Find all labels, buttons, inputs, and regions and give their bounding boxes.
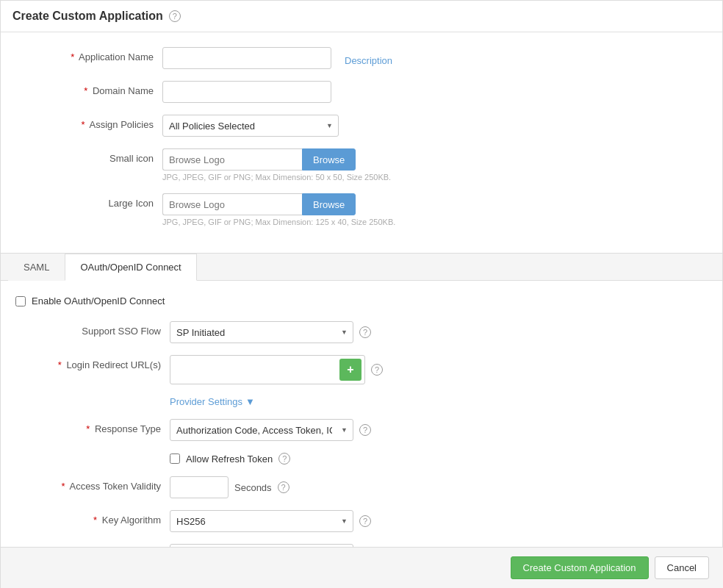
- key-algorithm-row: * Key Algorithm HS256 ?: [15, 510, 708, 532]
- large-icon-input[interactable]: [162, 193, 302, 215]
- response-type-control: Authorization Code, Access Token, IC ?: [170, 419, 371, 441]
- cancel-button[interactable]: Cancel: [655, 556, 709, 579]
- page-title: Create Custom Application: [12, 10, 163, 23]
- assign-policies-select-container: All Policies Selected: [162, 115, 339, 137]
- assign-policies-select[interactable]: All Policies Selected: [162, 115, 339, 137]
- tab-content-oauth: Enable OAuth/OpenID Connect Support SSO …: [1, 281, 722, 588]
- seconds-label: Seconds: [234, 482, 272, 493]
- large-icon-browse-button[interactable]: Browse: [302, 193, 356, 215]
- sso-flow-help-icon[interactable]: ?: [359, 326, 371, 338]
- assign-policies-label: * Assign Policies: [15, 115, 162, 130]
- response-type-help-icon[interactable]: ?: [359, 424, 371, 436]
- create-custom-application-button[interactable]: Create Custom Application: [511, 556, 649, 579]
- page-header: Create Custom Application ?: [1, 1, 722, 32]
- sso-flow-control: SP Initiated ?: [170, 321, 371, 343]
- large-icon-hint: JPG, JPEG, GIF or PNG; Max Dimension: 12…: [162, 218, 395, 226]
- sso-flow-select-container: SP Initiated: [170, 321, 353, 343]
- access-token-validity-row: * Access Token Validity Seconds ?: [15, 476, 708, 498]
- response-type-select[interactable]: Authorization Code, Access Token, IC: [170, 419, 353, 441]
- access-token-validity-control: Seconds ?: [170, 476, 289, 498]
- small-icon-input[interactable]: [162, 148, 302, 171]
- allow-refresh-token-checkbox[interactable]: [170, 453, 180, 464]
- application-name-row: * Application Name Description: [1, 47, 722, 69]
- large-icon-browse-wrapper: Browse: [162, 193, 395, 215]
- domain-name-label: * Domain Name: [15, 81, 162, 96]
- tabs-bar: SAML OAuth/OpenID Connect: [1, 253, 722, 281]
- small-icon-row: Small icon Browse JPG, JPEG, GIF or PNG;…: [1, 148, 722, 182]
- large-icon-row: Large Icon Browse JPG, JPEG, GIF or PNG;…: [1, 193, 722, 226]
- login-redirect-help-icon[interactable]: ?: [371, 364, 383, 376]
- large-icon-col: Browse JPG, JPEG, GIF or PNG; Max Dimens…: [162, 193, 395, 226]
- sso-flow-row: Support SSO Flow SP Initiated ?: [15, 321, 708, 343]
- provider-settings-toggle[interactable]: Provider Settings ▼: [170, 396, 708, 407]
- key-algorithm-select[interactable]: HS256: [170, 510, 353, 532]
- access-token-validity-input[interactable]: [170, 476, 229, 498]
- add-url-button[interactable]: +: [339, 359, 362, 381]
- response-type-row: * Response Type Authorization Code, Acce…: [15, 419, 708, 441]
- response-type-label: * Response Type: [23, 419, 170, 434]
- login-redirect-url-input[interactable]: [173, 359, 335, 381]
- application-name-label: * Application Name: [15, 47, 162, 62]
- main-form: * Application Name Description * Domain …: [1, 32, 722, 253]
- refresh-token-help-icon[interactable]: ?: [278, 453, 290, 465]
- small-icon-browse-button[interactable]: Browse: [302, 148, 356, 171]
- key-algorithm-help-icon[interactable]: ?: [359, 515, 371, 527]
- enable-oauth-checkbox[interactable]: [15, 296, 26, 306]
- small-icon-label: Small icon: [15, 148, 162, 164]
- small-icon-col: Browse JPG, JPEG, GIF or PNG; Max Dimens…: [162, 148, 391, 182]
- assign-policies-row: * Assign Policies All Policies Selected: [1, 115, 722, 137]
- login-redirect-url-box: +: [170, 355, 365, 384]
- validity-row: Seconds ?: [170, 476, 289, 498]
- provider-settings-arrow-icon: ▼: [245, 396, 255, 407]
- sso-flow-select[interactable]: SP Initiated: [170, 321, 353, 343]
- login-redirect-control: + ?: [170, 355, 383, 384]
- refresh-token-row: Allow Refresh Token ?: [15, 453, 708, 465]
- small-icon-hint: JPG, JPEG, GIF or PNG; Max Dimension: 50…: [162, 173, 391, 182]
- access-token-validity-label: * Access Token Validity: [23, 476, 170, 492]
- access-token-help-icon[interactable]: ?: [278, 481, 289, 493]
- tab-saml[interactable]: SAML: [8, 254, 65, 281]
- enable-oauth-label: Enable OAuth/OpenID Connect: [32, 295, 165, 306]
- sso-flow-label: Support SSO Flow: [23, 321, 170, 337]
- login-redirect-row: * Login Redirect URL(s) + ?: [15, 355, 708, 384]
- login-redirect-label: * Login Redirect URL(s): [23, 355, 170, 370]
- tab-oauth[interactable]: OAuth/OpenID Connect: [65, 254, 196, 281]
- allow-refresh-token-label: Allow Refresh Token: [186, 453, 273, 465]
- domain-name-row: * Domain Name: [1, 81, 722, 103]
- domain-name-input[interactable]: [162, 81, 331, 103]
- application-name-input[interactable]: [162, 47, 331, 69]
- small-icon-browse-wrapper: Browse: [162, 148, 391, 171]
- key-algorithm-select-container: HS256: [170, 510, 353, 532]
- response-type-select-container: Authorization Code, Access Token, IC: [170, 419, 353, 441]
- key-algorithm-control: HS256 ?: [170, 510, 371, 532]
- large-icon-label: Large Icon: [15, 193, 162, 209]
- page-footer: Create Custom Application Cancel: [1, 547, 723, 588]
- key-algorithm-label: * Key Algorithm: [23, 510, 170, 526]
- description-link[interactable]: Description: [345, 51, 392, 66]
- header-help-icon[interactable]: ?: [169, 10, 181, 22]
- enable-oauth-row: Enable OAuth/OpenID Connect: [15, 295, 708, 306]
